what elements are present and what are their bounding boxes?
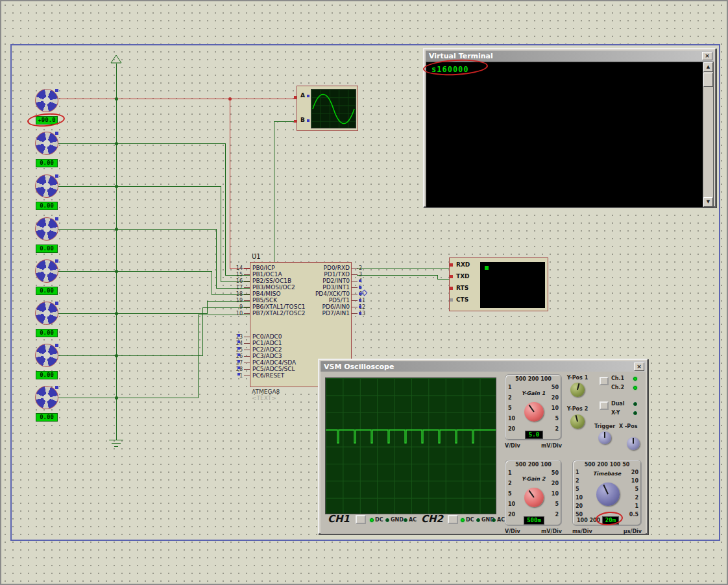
- terminal-scrollbar[interactable]: ▲ ▼: [703, 62, 713, 207]
- motor-terminal: [55, 132, 58, 135]
- servo-motor-7[interactable]: 0.00: [35, 344, 58, 367]
- mcu-pins-portd: PD0/RXD2 PD1/TXD3 PD2/INT04 PD3/INT15 PD…: [298, 265, 372, 316]
- servo-motor-8[interactable]: 0.00: [35, 386, 58, 409]
- pin-name: PD1/TXD: [298, 271, 352, 278]
- pin-number: 3: [358, 272, 370, 278]
- wire: [58, 229, 217, 230]
- pin-row[interactable]: 26PC3/ADC3: [231, 353, 296, 359]
- pin-row[interactable]: 16PB2/SS/OC1B: [231, 278, 305, 284]
- graph-component[interactable]: A B: [297, 86, 358, 131]
- ygain2-knob[interactable]: [524, 488, 544, 507]
- ch1-ch2-toggle-button[interactable]: [600, 377, 609, 385]
- motor-angle-display: 0.00: [36, 371, 58, 379]
- oscilloscope-title: VSM Oscilloscope: [324, 363, 394, 371]
- xpos-knob[interactable]: [627, 437, 640, 450]
- trigger-label: Trigger: [594, 424, 615, 429]
- pwm-trace: [326, 378, 496, 514]
- ypos1-knob[interactable]: [570, 383, 585, 397]
- motor-terminal: [55, 302, 58, 305]
- scroll-down-icon[interactable]: ▼: [703, 197, 713, 207]
- close-icon[interactable]: ×: [702, 52, 712, 60]
- pin-marker: [237, 366, 240, 369]
- toggle-ch1[interactable]: Ch.1: [611, 376, 624, 381]
- pin-row[interactable]: 9PB6/XTAL1/TOSC1: [231, 304, 305, 310]
- wire: [225, 143, 226, 276]
- pin-marker: [359, 280, 361, 282]
- ygain2-panel: 500 200 100 1 2 5 10 20 50 20 10 5 2 Y-G…: [505, 460, 562, 526]
- pin-row[interactable]: 24PC1/ADC1: [231, 340, 296, 346]
- ygain1-value: 5.0: [525, 431, 543, 439]
- servo-motor-3[interactable]: 0.00: [35, 174, 58, 198]
- motor-terminal: [55, 344, 58, 347]
- ground-symbol: [112, 443, 121, 444]
- ch1-dc[interactable]: DC: [370, 517, 383, 523]
- servo-motor-4[interactable]: 0.00: [35, 217, 58, 241]
- pin-name: PC2/ADC2: [250, 346, 282, 353]
- ch2-ac[interactable]: AC: [492, 517, 505, 523]
- ypos2-knob[interactable]: [570, 414, 585, 429]
- pin-stub: [244, 274, 250, 275]
- trigger-knob[interactable]: [598, 431, 611, 444]
- ch2-dc[interactable]: DC: [461, 517, 474, 523]
- wire-end-marker: [294, 96, 297, 99]
- wire: [274, 121, 297, 122]
- toggle-ch2[interactable]: Ch.2: [611, 385, 624, 390]
- pin-row[interactable]: 19PB5/SCK: [231, 297, 305, 304]
- dual-xy-toggle-button[interactable]: [600, 401, 609, 410]
- junction-dot: [115, 270, 118, 273]
- wire: [221, 186, 221, 282]
- oscilloscope-titlebar[interactable]: VSM Oscilloscope ×: [321, 361, 646, 372]
- pin-row[interactable]: 1PC6/RESET: [231, 372, 296, 379]
- ch1-ac[interactable]: AC: [404, 517, 417, 523]
- motor-icon: [35, 174, 58, 198]
- ch1-coupling-button[interactable]: [356, 515, 366, 524]
- motor-angle-display: 0.00: [36, 245, 58, 253]
- pin-marker: [359, 305, 361, 308]
- servo-motor-5[interactable]: 0.00: [35, 259, 58, 283]
- servo-motor-6[interactable]: 0.00: [35, 302, 58, 325]
- vsm-oscilloscope-window[interactable]: VSM Oscilloscope × CH1 DC GND AC CH2 DC …: [318, 359, 648, 534]
- pin-row[interactable]: 27PC4/ADC4/SDA: [231, 359, 296, 366]
- terminal-screen[interactable]: s160000 ▲ ▼: [426, 62, 714, 208]
- pin-row[interactable]: PD1/TXD3: [298, 271, 372, 278]
- timebase-knob[interactable]: [596, 483, 620, 506]
- close-icon[interactable]: ×: [634, 363, 644, 371]
- compim-component[interactable]: RXD TXD RTS CTS: [449, 257, 548, 311]
- pin-row[interactable]: 10PB7/XTAL2/TOSC2: [231, 310, 305, 316]
- pin-name: PC4/ADC4/SDA: [250, 359, 296, 366]
- pin-stub: [244, 307, 250, 307]
- toggle-xy[interactable]: X-Y: [611, 410, 620, 416]
- pin-number: 10: [231, 311, 244, 316]
- pin-name: PB7/XTAL2/TOSC2: [250, 310, 305, 316]
- pin-row[interactable]: 18PB4/MISO: [231, 291, 305, 297]
- wire: [58, 398, 199, 398]
- pin-row[interactable]: 25PC2/ADC2: [231, 346, 296, 353]
- scroll-thumb[interactable]: [703, 73, 713, 87]
- ch2-coupling-button[interactable]: [448, 515, 458, 524]
- motor-angle-display: 0.00: [36, 159, 58, 167]
- scroll-up-icon[interactable]: ▲: [703, 62, 713, 72]
- toggle-dual[interactable]: Dual: [611, 401, 624, 407]
- motor-angle-display: 0.00: [36, 329, 58, 337]
- oscilloscope-body: CH1 DC GND AC CH2 DC GND AC 500 200 100 …: [321, 372, 646, 534]
- motor-icon: [35, 259, 58, 283]
- servo-motor-2[interactable]: 0.00: [35, 132, 58, 155]
- ch1-gnd[interactable]: GND: [385, 517, 404, 523]
- compim-pin-label: CTS: [456, 296, 468, 303]
- pin-row[interactable]: 17PB3/MOSI/OC2: [231, 284, 305, 291]
- ypos2-label: Y-Pos 2: [562, 406, 593, 412]
- pin-stub: [244, 268, 250, 269]
- pin-row[interactable]: 15PB1/OC1A: [231, 271, 305, 278]
- ygain1-knob[interactable]: [524, 402, 544, 422]
- pin-row[interactable]: 14PB0/ICP: [231, 265, 305, 271]
- led-icon: [633, 386, 637, 390]
- pin-row[interactable]: PD0/RXD2: [298, 265, 372, 271]
- pin-row[interactable]: 28PC5/ADC5/SCL: [231, 366, 296, 372]
- servo-motor-1[interactable]: +90.0: [35, 89, 58, 112]
- proteus-schematic-canvas[interactable]: +90.0 0.00 0.00 0.00 0.00 0.00 0.00 0.00…: [0, 0, 728, 585]
- motor-terminal: [55, 386, 58, 389]
- motor-terminal: [55, 89, 58, 92]
- pin-stub: [244, 287, 250, 288]
- pin-row[interactable]: 23PC0/ADC0: [231, 333, 296, 340]
- xpos-label: X -Pos: [619, 424, 637, 429]
